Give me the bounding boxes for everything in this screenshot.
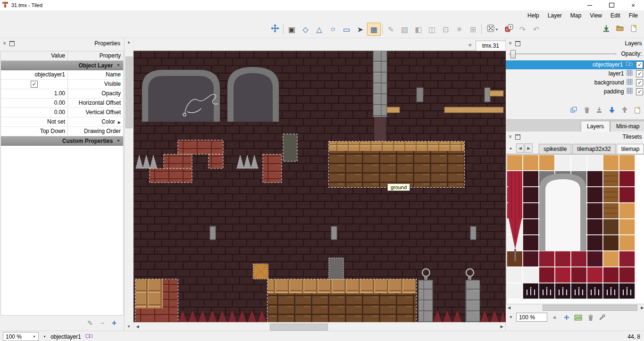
tilesets-close-button[interactable]: × xyxy=(509,134,512,140)
tileset-scroll-thumb[interactable] xyxy=(543,305,637,311)
scroll-up-arrow[interactable]: ▲ xyxy=(125,38,133,46)
random-mode-button[interactable]: ▼ xyxy=(483,23,502,36)
layer-visible-checkbox[interactable]: ✓ xyxy=(636,79,643,86)
horizontal-scroll-thumb[interactable] xyxy=(270,324,328,331)
tilesets-float-button[interactable] xyxy=(515,134,520,140)
edit-tileset-button[interactable] xyxy=(598,313,606,322)
tileset-menu-button[interactable]: ▼ xyxy=(507,144,514,153)
menu-help[interactable]: Help xyxy=(523,11,544,20)
tileset-tab-tilemap32x32[interactable]: tilemap32x32 xyxy=(572,144,615,154)
raise-layer-button[interactable] xyxy=(620,106,629,114)
color-value[interactable]: Not set xyxy=(1,117,68,126)
remove-tileset-button[interactable] xyxy=(586,313,594,322)
tileset-scroll-right-arrow[interactable]: ▶ xyxy=(639,304,644,311)
lower-layer-button[interactable] xyxy=(608,106,616,114)
menu-layer[interactable]: Layer xyxy=(544,11,566,20)
tab-close-button[interactable]: × xyxy=(468,42,472,48)
save-button[interactable] xyxy=(599,23,613,36)
magic-wand-button[interactable]: ✳ xyxy=(452,23,466,36)
visible-checkbox[interactable]: ✓ xyxy=(31,81,38,88)
same-tile-select-button[interactable]: ⊞ xyxy=(466,23,480,36)
close-button[interactable]: × xyxy=(622,0,644,10)
menu-file[interactable]: File xyxy=(625,11,642,20)
stamp-variations-button[interactable] xyxy=(502,23,516,36)
layer-row-objectlayer1[interactable]: objectlayer1 ✓ xyxy=(506,60,644,69)
remove-layer-button[interactable] xyxy=(582,106,591,114)
layer-visible-checkbox[interactable]: ✓ xyxy=(636,61,643,68)
menu-edit[interactable]: Edit xyxy=(606,11,625,20)
property-group-object-layer[interactable]: Object Layer▼ xyxy=(1,61,123,70)
open-button[interactable] xyxy=(613,23,627,36)
layer-row-padding[interactable]: padding ✓ xyxy=(506,87,644,96)
scroll-left-arrow[interactable]: ◀ xyxy=(134,323,142,331)
layer-select-caret-icon[interactable]: ▼ xyxy=(43,335,46,338)
vertical-off-value[interactable]: 0.00 xyxy=(1,108,68,117)
scroll-down-arrow[interactable]: ▼ xyxy=(125,323,133,331)
new-layer-button[interactable] xyxy=(633,106,642,114)
insert-polygon-button[interactable]: △ xyxy=(312,23,326,36)
name-value[interactable]: objectlayer1 xyxy=(1,70,68,79)
property-group-custom-properties[interactable]: Custom Properties▼ xyxy=(1,136,123,146)
opacity-slider-thumb[interactable] xyxy=(510,50,516,58)
tab-layers[interactable]: Layers xyxy=(581,121,610,132)
new-button[interactable] xyxy=(627,23,640,36)
menu-view[interactable]: View xyxy=(585,11,606,20)
insert-ellipse-button[interactable]: ○ xyxy=(326,23,340,36)
insert-rectangle-button[interactable]: ▭ xyxy=(340,23,353,36)
layers-close-button[interactable]: × xyxy=(509,41,512,46)
undo-button[interactable]: ↶ xyxy=(529,23,543,36)
terrain-brush-button[interactable]: ▨ xyxy=(398,23,411,36)
redo-button[interactable]: ↷ xyxy=(516,23,529,36)
layer-row-layer1[interactable]: layer1 ✓ xyxy=(506,69,644,78)
map-tab[interactable]: tmx.31 xyxy=(476,41,506,51)
layers-float-button[interactable] xyxy=(515,41,520,46)
merge-layer-down-button[interactable] xyxy=(595,106,603,114)
export-tileset-button[interactable] xyxy=(574,313,583,322)
minimize-button[interactable] xyxy=(579,0,601,10)
eraser-button[interactable]: ◫ xyxy=(425,23,439,36)
map-canvas[interactable]: ground xyxy=(134,51,506,322)
add-tiles-button[interactable] xyxy=(562,313,571,322)
rect-select-icon: ⊡ xyxy=(443,25,449,34)
drawing-order-value[interactable]: Top Down xyxy=(1,127,68,136)
zoom-select[interactable]: 100 %▼ xyxy=(3,332,39,341)
tileset-zoom-select[interactable]: 100 % xyxy=(516,313,547,322)
next-tileset-button[interactable]: ▶ xyxy=(525,143,533,153)
tileset-tab-spikestile[interactable]: spikestile xyxy=(539,144,571,154)
edit-polygons-button[interactable]: ◇ xyxy=(299,23,312,36)
add-property-button[interactable]: + xyxy=(112,318,117,328)
vertical-scroll-thumb[interactable] xyxy=(125,57,133,128)
stamp-brush-button[interactable]: ✎ xyxy=(384,23,398,36)
tileset-view[interactable] xyxy=(506,154,644,304)
current-layer-label[interactable]: objectlayer1 xyxy=(50,333,81,340)
insert-template-button[interactable]: ➤ xyxy=(353,23,367,36)
move-tool-button[interactable] xyxy=(268,23,282,36)
tileset-horizontal-scrollbar[interactable]: ◀ ▶ xyxy=(506,304,644,311)
properties-close-button[interactable]: × xyxy=(3,41,6,46)
prev-tileset-button[interactable]: ◀ xyxy=(516,143,524,153)
tileset-zoom-caret-icon[interactable]: ▼ xyxy=(509,315,513,319)
opacity-value[interactable]: 1.00 xyxy=(1,89,68,98)
remove-property-button[interactable]: − xyxy=(100,319,104,327)
tileset-tab-tilemap[interactable]: tilemap xyxy=(617,144,644,154)
layer-row-background[interactable]: background ✓ xyxy=(506,78,644,87)
properties-float-button[interactable] xyxy=(9,41,15,46)
maximize-button[interactable] xyxy=(601,0,622,10)
collapse-tileset-button[interactable]: « xyxy=(551,313,559,322)
bucket-fill-button[interactable]: ◧ xyxy=(411,23,425,36)
opacity-slider[interactable] xyxy=(510,50,616,58)
insert-tile-button[interactable]: ▦ xyxy=(367,23,381,36)
map-vertical-scrollbar[interactable]: ▲ ▼ xyxy=(125,38,134,331)
layer-visible-checkbox[interactable]: ✓ xyxy=(636,88,643,95)
layer-visible-checkbox[interactable]: ✓ xyxy=(636,70,643,77)
menu-map[interactable]: Map xyxy=(566,11,585,20)
select-objects-button[interactable]: ▣ xyxy=(285,23,299,36)
rect-select-button[interactable]: ⊡ xyxy=(439,23,452,36)
tab-mini-map[interactable]: Mini-map xyxy=(610,121,644,132)
map-horizontal-scrollbar[interactable]: ◀ ▶ xyxy=(134,322,506,331)
duplicate-layer-button[interactable] xyxy=(569,106,578,114)
tileset-scroll-left-arrow[interactable]: ◀ xyxy=(506,304,512,311)
scroll-right-arrow[interactable]: ▶ xyxy=(498,323,506,331)
edit-property-button[interactable]: ✎ xyxy=(87,319,93,327)
horizontal-off-value[interactable]: 0.00 xyxy=(1,99,68,108)
